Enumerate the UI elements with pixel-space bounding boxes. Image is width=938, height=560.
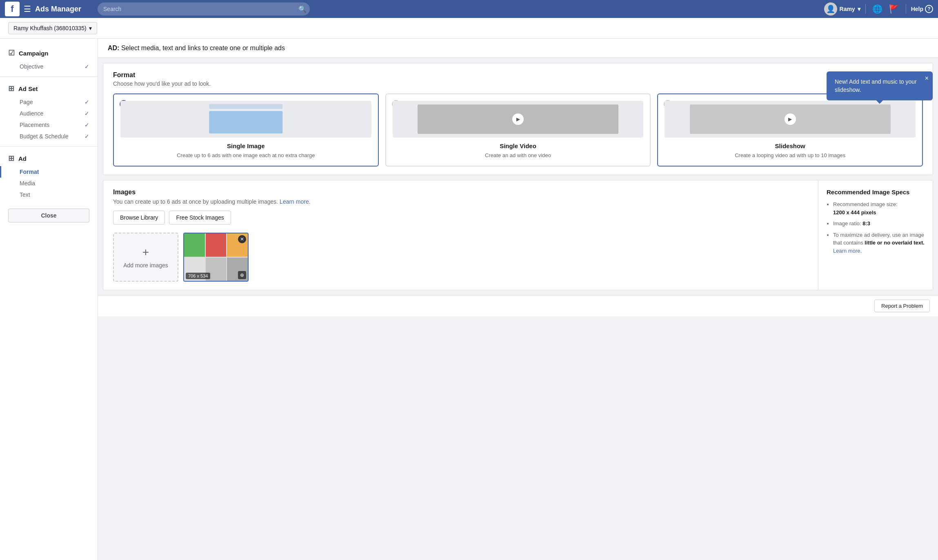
sidebar-header-ad[interactable]: ⊞ Ad bbox=[0, 151, 98, 166]
sidebar-item-page[interactable]: Page ✓ bbox=[0, 96, 98, 108]
specs-list: Recommended image size: 1200 x 444 pixel… bbox=[827, 200, 925, 255]
image-thumbnail: ✕ 706 x 534 ⊕ bbox=[183, 233, 249, 282]
help-icon[interactable]: ? bbox=[925, 5, 933, 13]
images-title: Images bbox=[113, 189, 808, 196]
sidebar-section-ad: ⊞ Ad Format Media Text bbox=[0, 151, 98, 200]
specs-item-overlay: To maximize ad delivery, use an image th… bbox=[833, 231, 925, 255]
single-image-desc: Create up to 6 ads with one image each a… bbox=[120, 152, 371, 159]
specs-item-size: Recommended image size: 1200 x 444 pixel… bbox=[833, 200, 925, 216]
free-stock-images-button[interactable]: Free Stock Images bbox=[169, 211, 231, 224]
report-bar: Report a Problem bbox=[98, 295, 938, 316]
specs-size-value: 1200 x 444 pixels bbox=[833, 209, 876, 216]
specs-ratio-value: 8:3 bbox=[862, 220, 870, 227]
tooltip-close-button[interactable]: × bbox=[925, 75, 929, 82]
search-input[interactable] bbox=[98, 2, 310, 16]
page-header-title: Select media, text and links to create o… bbox=[121, 44, 285, 51]
specs-title: Recommended Image Specs bbox=[827, 189, 925, 196]
format-subtitle: Choose how you'd like your ad to look. bbox=[113, 80, 923, 87]
specs-item-ratio: Image ratio: 8:3 bbox=[833, 220, 925, 228]
account-name: Ramy Khuffash (368010335) bbox=[13, 25, 87, 31]
page-check-icon: ✓ bbox=[84, 99, 89, 105]
nav-divider bbox=[865, 4, 866, 14]
slideshow-play-icon: ▶ bbox=[785, 113, 796, 125]
add-images-label: Add more images bbox=[123, 262, 168, 269]
specs-overlay-bold: little or no overlaid text. bbox=[865, 240, 925, 246]
adset-icon: ⊞ bbox=[8, 84, 14, 93]
placements-check-icon: ✓ bbox=[84, 122, 89, 128]
globe-icon[interactable]: 🌐 bbox=[871, 2, 884, 16]
sidebar-header-campaign[interactable]: ☑ Campaign bbox=[0, 45, 98, 61]
single-video-title: Single Video bbox=[393, 142, 644, 149]
avatar: 👤 bbox=[824, 2, 837, 16]
image-size-badge: 706 x 534 bbox=[186, 273, 210, 279]
slideshow-tooltip: × New! Add text and music to your slides… bbox=[827, 71, 933, 100]
sidebar-campaign-label: Campaign bbox=[19, 50, 49, 57]
sidebar-divider-1 bbox=[0, 76, 98, 77]
sidebar-header-adset[interactable]: ⊞ Ad Set bbox=[0, 81, 98, 96]
images-section: Images You can create up to 6 ads at onc… bbox=[103, 180, 933, 290]
account-dropdown-icon: ▾ bbox=[89, 25, 92, 31]
format-option-single-video[interactable]: ▶ Single Video Create an ad with one vid… bbox=[385, 93, 651, 167]
flag-icon[interactable]: 🚩 bbox=[887, 2, 901, 16]
learn-more-link[interactable]: Learn more. bbox=[280, 198, 310, 205]
user-dropdown-icon: ▾ bbox=[858, 6, 860, 12]
image-specs: Recommended Image Specs Recommended imag… bbox=[818, 180, 933, 290]
campaign-checkbox-icon: ☑ bbox=[8, 49, 15, 58]
sidebar-section-campaign: ☑ Campaign Objective ✓ bbox=[0, 45, 98, 72]
sidebar-item-media[interactable]: Media bbox=[0, 178, 98, 189]
tooltip-text: New! Add text and music to your slidesho… bbox=[835, 78, 917, 93]
sidebar-item-placements[interactable]: Placements ✓ bbox=[0, 119, 98, 131]
svg-rect-0 bbox=[209, 104, 282, 109]
images-subtitle: You can create up to 6 ads at once by up… bbox=[113, 198, 808, 205]
sidebar-item-audience[interactable]: Audience ✓ bbox=[0, 108, 98, 119]
sidebar-item-text[interactable]: Text bbox=[0, 189, 98, 200]
sidebar-divider-2 bbox=[0, 146, 98, 147]
fb-logo: f bbox=[5, 2, 20, 16]
single-video-desc: Create an ad with one video bbox=[393, 152, 644, 159]
format-section: Format Choose how you'd like your ad to … bbox=[103, 63, 933, 175]
audience-check-icon: ✓ bbox=[84, 110, 89, 117]
hamburger-icon[interactable]: ☰ bbox=[24, 4, 31, 14]
sidebar-item-objective[interactable]: Objective ✓ bbox=[0, 61, 98, 72]
page-header-ad: AD: bbox=[108, 44, 119, 51]
thumb-cell-1 bbox=[184, 233, 205, 257]
ad-icon: ⊞ bbox=[8, 154, 14, 163]
format-option-single-image[interactable]: Single Image Create up to 6 ads with one… bbox=[113, 93, 379, 167]
sidebar-item-budget[interactable]: Budget & Schedule ✓ bbox=[0, 131, 98, 142]
nav-divider-2 bbox=[906, 4, 906, 14]
sidebar-item-format[interactable]: Format bbox=[0, 166, 98, 178]
sidebar: ☑ Campaign Objective ✓ ⊞ Ad Set Page ✓ A… bbox=[0, 39, 98, 560]
user-name: Ramy bbox=[840, 6, 855, 12]
budget-check-icon: ✓ bbox=[84, 133, 89, 140]
image-edit-button[interactable]: ⊕ bbox=[238, 271, 246, 279]
user-menu[interactable]: 👤 Ramy ▾ bbox=[824, 2, 860, 16]
single-video-preview: ▶ bbox=[393, 101, 644, 138]
single-image-title: Single Image bbox=[120, 142, 371, 149]
slideshow-desc: Create a looping video ad with up to 10 … bbox=[665, 152, 916, 159]
top-nav: f ☰ Ads Manager 🔍 👤 Ramy ▾ 🌐 🚩 Help ? bbox=[0, 0, 938, 18]
add-images-button[interactable]: + Add more images bbox=[113, 233, 178, 282]
slideshow-preview: ▶ bbox=[665, 101, 916, 138]
main-layout: ☑ Campaign Objective ✓ ⊞ Ad Set Page ✓ A… bbox=[0, 39, 938, 560]
format-options: Single Image Create up to 6 ads with one… bbox=[113, 93, 923, 167]
account-bar: Ramy Khuffash (368010335) ▾ bbox=[0, 18, 938, 39]
add-images-plus-icon: + bbox=[142, 246, 149, 259]
svg-rect-1 bbox=[209, 111, 282, 133]
search-container: 🔍 bbox=[98, 2, 310, 16]
report-problem-button[interactable]: Report a Problem bbox=[874, 300, 930, 312]
close-button[interactable]: Close bbox=[8, 209, 89, 222]
app-name: Ads Manager bbox=[35, 5, 81, 13]
browse-library-button[interactable]: Browse Library bbox=[113, 211, 165, 224]
thumb-cell-2 bbox=[206, 233, 227, 257]
sidebar-adset-label: Ad Set bbox=[18, 85, 38, 92]
page-header: AD: Select media, text and links to crea… bbox=[98, 39, 938, 58]
search-icon[interactable]: 🔍 bbox=[298, 5, 307, 13]
play-icon: ▶ bbox=[512, 113, 524, 125]
help-label: Help ? bbox=[911, 5, 933, 13]
content-area: AD: Select media, text and links to crea… bbox=[98, 39, 938, 560]
slideshow-title: Slideshow bbox=[665, 142, 916, 149]
account-selector[interactable]: Ramy Khuffash (368010335) ▾ bbox=[8, 22, 97, 34]
specs-learn-more-link[interactable]: Learn more. bbox=[833, 248, 862, 254]
format-option-slideshow[interactable]: ▶ Slideshow Create a looping video ad wi… bbox=[657, 93, 923, 167]
image-grid: + Add more images ✕ bbox=[113, 233, 808, 282]
